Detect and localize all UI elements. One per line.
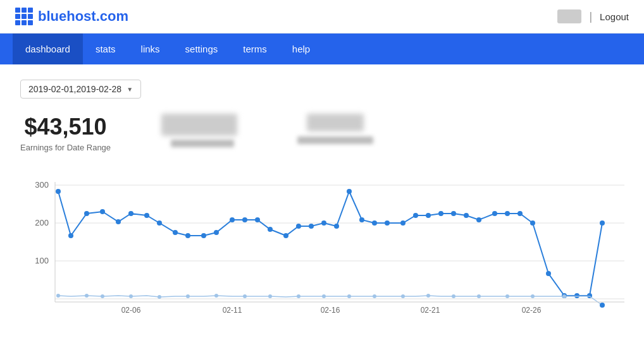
header-right: | Logout	[557, 9, 629, 23]
chart-secondary-dot	[347, 294, 351, 298]
chart-dot	[214, 230, 219, 235]
chart-dot	[268, 227, 273, 232]
chart-dot	[255, 217, 260, 222]
chart-container: 300 200 100	[20, 172, 628, 318]
svg-text:02-11: 02-11	[223, 306, 242, 315]
chart-secondary-dot	[531, 294, 535, 298]
chart-dot	[100, 209, 105, 214]
header: bluehost.com | Logout	[0, 0, 644, 33]
earnings-stat: $43,510 Earnings for Date Range	[20, 114, 111, 152]
earnings-value: $43,510	[20, 114, 111, 140]
chart-dot	[296, 224, 301, 229]
chart-secondary-dot	[297, 294, 300, 298]
chart-dot	[116, 219, 121, 224]
chart-secondary-dot	[505, 294, 509, 298]
svg-text:02-16: 02-16	[321, 306, 340, 315]
date-range-value: 2019-02-01,2019-02-28	[28, 84, 121, 94]
date-range-dropdown[interactable]: 2019-02-01,2019-02-28 ▼	[20, 80, 141, 99]
svg-text:300: 300	[35, 180, 49, 190]
chart-dot	[574, 293, 579, 298]
nav-item-links[interactable]: links	[128, 33, 173, 64]
chart-dot	[144, 213, 149, 218]
blurred-stat-1	[161, 114, 244, 147]
earnings-label: Earnings for Date Range	[20, 143, 111, 152]
chart-dot	[128, 211, 133, 216]
nav-item-terms[interactable]: terms	[230, 33, 280, 64]
chart-dot	[359, 217, 364, 222]
chart-secondary-dot	[243, 294, 247, 298]
chart-secondary-dot	[101, 294, 104, 298]
chart-dot	[173, 230, 178, 235]
chart-dot	[283, 233, 288, 238]
chart-secondary-dot	[268, 294, 272, 298]
chart-dot	[185, 233, 190, 238]
chart-dot	[546, 271, 551, 276]
blurred-stat-2	[294, 114, 376, 144]
chart-secondary-dot	[56, 294, 60, 298]
chart-dot	[530, 220, 535, 226]
logo-grid-icon	[15, 8, 33, 25]
chart-dot	[400, 220, 406, 226]
chart-secondary-dot	[158, 295, 161, 299]
chart-dot	[517, 211, 523, 216]
chart-dot	[451, 211, 456, 216]
svg-text:02-26: 02-26	[522, 306, 542, 315]
chart-dot	[426, 213, 431, 218]
chart-dot	[334, 224, 339, 229]
chart-svg: 300 200 100	[20, 172, 628, 318]
chart-dot	[492, 211, 497, 216]
svg-text:02-21: 02-21	[421, 306, 440, 315]
nav-item-help[interactable]: help	[280, 33, 323, 64]
nav-item-settings[interactable]: settings	[173, 33, 231, 64]
chart-dot	[309, 224, 314, 229]
chart-dot	[68, 233, 73, 238]
blurred-label-2	[297, 136, 373, 144]
chart-secondary-dot	[401, 294, 405, 298]
chart-secondary-dot	[322, 294, 326, 298]
nav-item-stats[interactable]: stats	[83, 33, 128, 64]
logo-text: bluehost.com	[38, 8, 128, 25]
nav-item-dashboard[interactable]: dashboard	[13, 33, 83, 64]
main-line	[58, 191, 602, 296]
blurred-value-1	[161, 114, 237, 136]
chevron-down-icon: ▼	[127, 86, 133, 93]
secondary-line	[58, 296, 602, 305]
chart-dot	[372, 220, 377, 226]
chart-dot	[201, 233, 206, 238]
stats-row: $43,510 Earnings for Date Range	[20, 114, 624, 152]
chart-dot	[56, 189, 61, 194]
chart-dot	[476, 217, 481, 222]
chart-secondary-dot-last	[600, 303, 605, 308]
logout-link[interactable]: Logout	[600, 11, 629, 22]
chart-secondary-dot	[452, 294, 455, 298]
main-content: 2019-02-01,2019-02-28 ▼ $43,510 Earnings…	[0, 64, 644, 333]
blurred-label-1	[171, 140, 234, 147]
svg-text:100: 100	[35, 256, 49, 265]
chart-dot	[321, 220, 326, 226]
chart-dot	[438, 211, 443, 216]
chart-dot	[413, 213, 418, 218]
chart-dot	[84, 211, 89, 216]
chart-secondary-dot	[214, 294, 218, 298]
chart-dot	[600, 220, 605, 226]
svg-text:200: 200	[35, 218, 49, 227]
svg-text:02-06: 02-06	[121, 306, 141, 315]
chart-secondary-dot	[562, 294, 566, 298]
avatar	[557, 9, 581, 23]
logo: bluehost.com	[15, 8, 128, 25]
chart-secondary-dot	[129, 294, 133, 298]
chart-dot	[464, 213, 469, 218]
header-divider: |	[589, 10, 592, 23]
chart-dot	[157, 220, 162, 226]
chart-dot	[347, 189, 352, 194]
chart-dot	[505, 211, 510, 216]
chart-secondary-dot	[85, 294, 89, 298]
chart-dot	[385, 220, 390, 226]
chart-dot	[242, 217, 247, 222]
main-nav: dashboard stats links settings terms hel…	[0, 33, 644, 64]
chart-secondary-dot	[373, 294, 376, 298]
blurred-value-2	[307, 114, 364, 131]
chart-dot	[230, 217, 235, 222]
chart-secondary-dot	[186, 294, 190, 298]
chart-secondary-dot	[477, 294, 481, 298]
